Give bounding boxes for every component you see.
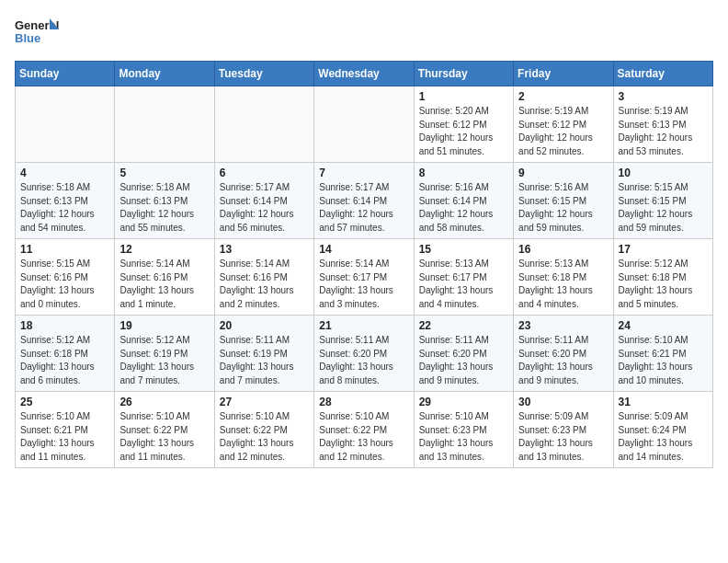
day-info: Sunrise: 5:15 AM Sunset: 6:15 PM Dayligh… xyxy=(619,181,708,235)
calendar-week-row: 4Sunrise: 5:18 AM Sunset: 6:13 PM Daylig… xyxy=(16,163,713,239)
day-number: 27 xyxy=(220,396,309,408)
day-info: Sunrise: 5:15 AM Sunset: 6:16 PM Dayligh… xyxy=(20,258,109,311)
day-number: 31 xyxy=(619,396,708,408)
calendar-cell: 10Sunrise: 5:15 AM Sunset: 6:15 PM Dayli… xyxy=(613,163,712,239)
day-number: 17 xyxy=(619,243,708,256)
day-number: 4 xyxy=(20,167,109,179)
calendar-cell: 11Sunrise: 5:15 AM Sunset: 6:16 PM Dayli… xyxy=(16,239,115,316)
calendar-cell: 1Sunrise: 5:20 AM Sunset: 6:12 PM Daylig… xyxy=(414,86,513,163)
weekday-header: Friday xyxy=(514,62,613,86)
day-info: Sunrise: 5:16 AM Sunset: 6:14 PM Dayligh… xyxy=(419,181,508,235)
day-info: Sunrise: 5:14 AM Sunset: 6:16 PM Dayligh… xyxy=(220,258,309,311)
calendar-cell: 29Sunrise: 5:10 AM Sunset: 6:23 PM Dayli… xyxy=(414,392,513,468)
weekday-header: Monday xyxy=(115,62,214,86)
logo-icon: GeneralBlue xyxy=(15,15,61,50)
day-info: Sunrise: 5:16 AM Sunset: 6:15 PM Dayligh… xyxy=(518,181,608,235)
calendar-cell: 5Sunrise: 5:18 AM Sunset: 6:13 PM Daylig… xyxy=(115,163,214,239)
calendar-cell: 17Sunrise: 5:12 AM Sunset: 6:18 PM Dayli… xyxy=(613,239,712,316)
day-info: Sunrise: 5:17 AM Sunset: 6:14 PM Dayligh… xyxy=(319,181,408,235)
day-info: Sunrise: 5:17 AM Sunset: 6:14 PM Dayligh… xyxy=(220,181,309,235)
calendar-table: SundayMondayTuesdayWednesdayThursdayFrid… xyxy=(15,61,713,468)
day-info: Sunrise: 5:11 AM Sunset: 6:20 PM Dayligh… xyxy=(419,334,508,387)
day-number: 8 xyxy=(419,167,508,179)
day-number: 18 xyxy=(20,319,109,332)
weekday-header: Sunday xyxy=(16,62,115,86)
calendar-week-row: 1Sunrise: 5:20 AM Sunset: 6:12 PM Daylig… xyxy=(16,86,713,163)
day-info: Sunrise: 5:11 AM Sunset: 6:20 PM Dayligh… xyxy=(319,334,408,387)
day-info: Sunrise: 5:12 AM Sunset: 6:18 PM Dayligh… xyxy=(619,258,708,311)
day-info: Sunrise: 5:19 AM Sunset: 6:12 PM Dayligh… xyxy=(518,105,608,158)
calendar-cell: 15Sunrise: 5:13 AM Sunset: 6:17 PM Dayli… xyxy=(414,239,513,316)
day-info: Sunrise: 5:11 AM Sunset: 6:20 PM Dayligh… xyxy=(518,334,608,387)
calendar-cell: 21Sunrise: 5:11 AM Sunset: 6:20 PM Dayli… xyxy=(314,316,414,392)
calendar-cell: 4Sunrise: 5:18 AM Sunset: 6:13 PM Daylig… xyxy=(16,163,115,239)
day-info: Sunrise: 5:10 AM Sunset: 6:22 PM Dayligh… xyxy=(220,410,309,464)
calendar-week-row: 18Sunrise: 5:12 AM Sunset: 6:18 PM Dayli… xyxy=(16,316,713,392)
calendar-cell: 14Sunrise: 5:14 AM Sunset: 6:17 PM Dayli… xyxy=(314,239,414,316)
calendar-cell: 7Sunrise: 5:17 AM Sunset: 6:14 PM Daylig… xyxy=(314,163,414,239)
day-info: Sunrise: 5:11 AM Sunset: 6:19 PM Dayligh… xyxy=(220,334,309,387)
day-info: Sunrise: 5:10 AM Sunset: 6:22 PM Dayligh… xyxy=(119,410,209,464)
calendar-cell: 31Sunrise: 5:09 AM Sunset: 6:24 PM Dayli… xyxy=(613,392,712,468)
weekday-header: Saturday xyxy=(613,62,712,86)
calendar-header-row: SundayMondayTuesdayWednesdayThursdayFrid… xyxy=(16,62,713,86)
day-info: Sunrise: 5:10 AM Sunset: 6:21 PM Dayligh… xyxy=(619,334,708,387)
day-number: 12 xyxy=(119,243,209,256)
calendar-cell xyxy=(314,86,414,163)
day-number: 9 xyxy=(518,167,608,179)
day-number: 15 xyxy=(419,243,508,256)
day-info: Sunrise: 5:10 AM Sunset: 6:22 PM Dayligh… xyxy=(319,410,408,464)
day-number: 25 xyxy=(20,396,109,408)
calendar-cell: 20Sunrise: 5:11 AM Sunset: 6:19 PM Dayli… xyxy=(214,316,313,392)
day-number: 19 xyxy=(119,319,209,332)
day-info: Sunrise: 5:14 AM Sunset: 6:17 PM Dayligh… xyxy=(319,258,408,311)
day-number: 5 xyxy=(119,167,209,179)
page-header: GeneralBlue xyxy=(15,15,713,50)
day-number: 29 xyxy=(419,396,508,408)
day-info: Sunrise: 5:10 AM Sunset: 6:21 PM Dayligh… xyxy=(20,410,109,464)
calendar-cell: 3Sunrise: 5:19 AM Sunset: 6:13 PM Daylig… xyxy=(613,86,712,163)
calendar-cell xyxy=(115,86,214,163)
day-info: Sunrise: 5:14 AM Sunset: 6:16 PM Dayligh… xyxy=(119,258,209,311)
day-number: 16 xyxy=(518,243,608,256)
day-info: Sunrise: 5:18 AM Sunset: 6:13 PM Dayligh… xyxy=(119,181,209,235)
day-info: Sunrise: 5:13 AM Sunset: 6:17 PM Dayligh… xyxy=(419,258,508,311)
weekday-header: Wednesday xyxy=(314,62,414,86)
calendar-cell: 25Sunrise: 5:10 AM Sunset: 6:21 PM Dayli… xyxy=(16,392,115,468)
calendar-cell: 27Sunrise: 5:10 AM Sunset: 6:22 PM Dayli… xyxy=(214,392,313,468)
day-number: 30 xyxy=(518,396,608,408)
calendar-cell: 19Sunrise: 5:12 AM Sunset: 6:19 PM Dayli… xyxy=(115,316,214,392)
day-number: 21 xyxy=(319,319,408,332)
day-number: 6 xyxy=(220,167,309,179)
day-number: 28 xyxy=(319,396,408,408)
day-info: Sunrise: 5:18 AM Sunset: 6:13 PM Dayligh… xyxy=(20,181,109,235)
day-number: 11 xyxy=(20,243,109,256)
day-info: Sunrise: 5:20 AM Sunset: 6:12 PM Dayligh… xyxy=(419,105,508,158)
day-info: Sunrise: 5:12 AM Sunset: 6:19 PM Dayligh… xyxy=(119,334,209,387)
day-number: 20 xyxy=(220,319,309,332)
day-number: 23 xyxy=(518,319,608,332)
day-info: Sunrise: 5:19 AM Sunset: 6:13 PM Dayligh… xyxy=(619,105,708,158)
day-info: Sunrise: 5:12 AM Sunset: 6:18 PM Dayligh… xyxy=(20,334,109,387)
day-number: 2 xyxy=(518,90,608,103)
calendar-cell xyxy=(214,86,313,163)
weekday-header: Thursday xyxy=(414,62,513,86)
day-number: 3 xyxy=(619,90,708,103)
calendar-week-row: 25Sunrise: 5:10 AM Sunset: 6:21 PM Dayli… xyxy=(16,392,713,468)
day-number: 1 xyxy=(419,90,508,103)
calendar-cell: 23Sunrise: 5:11 AM Sunset: 6:20 PM Dayli… xyxy=(514,316,613,392)
logo: GeneralBlue xyxy=(15,15,61,50)
day-info: Sunrise: 5:13 AM Sunset: 6:18 PM Dayligh… xyxy=(518,258,608,311)
calendar-cell: 24Sunrise: 5:10 AM Sunset: 6:21 PM Dayli… xyxy=(613,316,712,392)
day-number: 22 xyxy=(419,319,508,332)
day-number: 7 xyxy=(319,167,408,179)
calendar-cell: 28Sunrise: 5:10 AM Sunset: 6:22 PM Dayli… xyxy=(314,392,414,468)
svg-text:Blue: Blue xyxy=(15,31,40,45)
calendar-cell: 26Sunrise: 5:10 AM Sunset: 6:22 PM Dayli… xyxy=(115,392,214,468)
day-info: Sunrise: 5:09 AM Sunset: 6:23 PM Dayligh… xyxy=(518,410,608,464)
calendar-cell: 12Sunrise: 5:14 AM Sunset: 6:16 PM Dayli… xyxy=(115,239,214,316)
calendar-cell: 22Sunrise: 5:11 AM Sunset: 6:20 PM Dayli… xyxy=(414,316,513,392)
day-number: 13 xyxy=(220,243,309,256)
calendar-cell: 9Sunrise: 5:16 AM Sunset: 6:15 PM Daylig… xyxy=(514,163,613,239)
weekday-header: Tuesday xyxy=(214,62,313,86)
